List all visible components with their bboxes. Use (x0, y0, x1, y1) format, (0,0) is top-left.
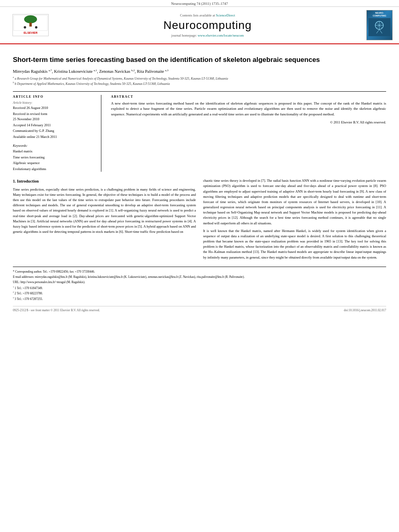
doi-line: doi:10.1016/j.neucom.2011.02.017 (344, 308, 386, 312)
affiliations: a a Research Group for Mathematical and … (13, 76, 386, 86)
intro-paragraph-3: It is well known that the Hankel matrix,… (203, 228, 386, 260)
abstract-text: A new short-term time series forecasting… (111, 101, 386, 117)
homepage-line: journal homepage: www.elsevier.com/locat… (55, 33, 360, 37)
abstract-heading: ABSTRACT (111, 95, 386, 99)
elsevier-logo: ELSEVIER (12, 14, 49, 36)
masthead: ELSEVIER Contents lists available at Sci… (0, 7, 399, 44)
footnotes-area: * Corresponding author. Tel.: +370 69822… (13, 267, 386, 301)
received-date: Received 26 August 2010 (13, 105, 95, 111)
footnote-5: 3 3 Tel.: +370 67287255. (13, 296, 386, 301)
top-bar: Neurocomputing 74 (2011) 1735–1747 (0, 0, 399, 7)
masthead-center: Contents lists available at ScienceDirec… (55, 13, 360, 37)
keyword-3: Algebraic sequence (13, 160, 95, 166)
thumb-title: NEURO-COMPUTING (373, 12, 387, 17)
available-online: Available online 21 March 2011 (13, 134, 95, 140)
accepted-date: Accepted 14 February 2011 (13, 123, 95, 128)
footnote-3: 1 1 Tel.: +370 61847349. (13, 286, 386, 290)
keyword-1: Hankel matrix (13, 148, 95, 154)
homepage-prefix: journal homepage: (171, 33, 197, 37)
footnote-2: URL: http://www.personales.ktu.lt/~mragu… (13, 280, 386, 284)
journal-thumbnail: NEURO-COMPUTING (366, 10, 393, 40)
abstract-column: ABSTRACT A new short-term time series fo… (109, 95, 386, 172)
contents-available-line: Contents lists available at ScienceDirec… (55, 13, 360, 17)
intro-paragraph-2: chaotic time series theory is developed … (203, 178, 386, 226)
affiliation-b: b b Department of Applied Mathematics, K… (13, 81, 386, 86)
masthead-left: ELSEVIER (6, 14, 55, 36)
authors-line: Minvydas Ragulskis a,*, Kristina Lukosev… (13, 68, 386, 74)
keyword-2: Time series forecasting (13, 154, 95, 160)
keywords-section: Keywords: Hankel matrix Time series fore… (13, 144, 95, 172)
svg-rect-3 (29, 23, 32, 27)
affiliation-a: a a Research Group for Mathematical and … (13, 76, 386, 81)
svg-text:ELSEVIER: ELSEVIER (24, 31, 38, 34)
keyword-4: Evolutionary algorithms (13, 166, 95, 172)
bottom-bar: 0925-2312/$ - see front matter © 2011 El… (13, 306, 386, 312)
body-left-column: 1. Introduction Time series prediction, … (13, 178, 196, 263)
keywords-label: Keywords: (13, 144, 95, 148)
contents-prefix: Contents lists available at (180, 13, 215, 17)
section-1-title: 1. Introduction (13, 178, 196, 185)
article-info-column: ARTICLE INFO Article history: Received 2… (13, 95, 101, 172)
history-label: Article history: (13, 101, 95, 105)
intro-paragraph-1: Time series prediction, especially short… (13, 187, 196, 235)
homepage-link[interactable]: www.elsevier.com/locate/neucom (197, 33, 244, 37)
svg-point-2 (24, 15, 37, 23)
footnote-0: * Corresponding author. Tel.: +370 69822… (13, 269, 386, 274)
revised-date: Received in revised form 25 November 201… (13, 111, 95, 122)
body-right-column: chaotic time series theory is developed … (203, 178, 386, 263)
article-info-abstract: ARTICLE INFO Article history: Received 2… (13, 91, 386, 172)
svg-point-4 (24, 26, 26, 29)
masthead-right: NEURO-COMPUTING (360, 10, 393, 40)
svg-point-5 (35, 26, 37, 29)
author-names: Minvydas Ragulskis a,*, Kristina Lukosev… (13, 69, 169, 74)
main-content: Short-term time series forecasting based… (0, 44, 399, 320)
article-info-heading: ARTICLE INFO (13, 95, 95, 99)
issn-line: 0925-2312/$ - see front matter © 2011 El… (13, 308, 100, 312)
journal-title: Neurocomputing (55, 19, 360, 32)
footnote-1: E-mail addresses: minvydas.ragulskis@ktu… (13, 275, 386, 279)
body-content: 1. Introduction Time series prediction, … (13, 178, 386, 263)
copyright-line: © 2011 Elsevier B.V. All rights reserved… (111, 120, 386, 124)
journal-citation: Neurocomputing 74 (2011) 1735–1747 (171, 2, 228, 6)
sciencedirect-link[interactable]: ScienceDirect (216, 13, 235, 17)
footnote-4: 2 2 Tel.: +370 68223780. (13, 291, 386, 296)
article-title: Short-term time series forecasting based… (13, 55, 386, 64)
communicated-by: Communicated by G.P. Zhang (13, 128, 95, 134)
